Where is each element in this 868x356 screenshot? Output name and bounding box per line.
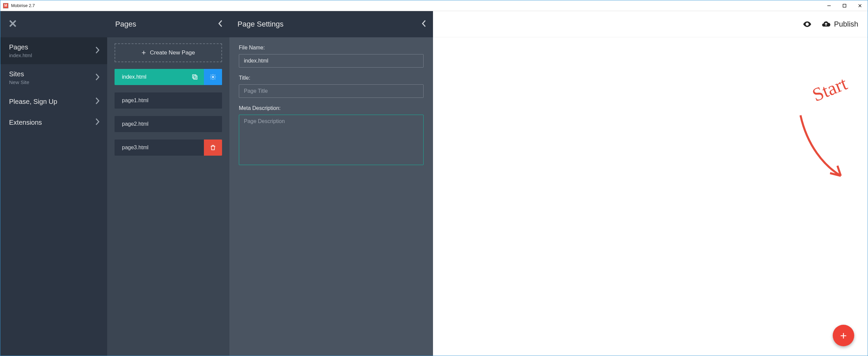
title-input[interactable]	[239, 84, 424, 98]
svg-point-3	[212, 76, 214, 78]
plus-icon: +	[142, 49, 146, 57]
page-row[interactable]: page1.html	[115, 92, 222, 109]
app-icon: M	[3, 3, 8, 8]
publish-button[interactable]: Publish	[821, 20, 858, 29]
page-delete-button[interactable]	[204, 140, 222, 156]
page-row-label: page2.html	[115, 121, 222, 127]
page-row-label: page1.html	[115, 97, 222, 103]
sidebar-item-title: Pages	[9, 43, 95, 51]
sidebar-item-sites[interactable]: Sites New Site	[0, 64, 107, 91]
sidebar-item-pages[interactable]: Pages index.html	[0, 37, 107, 64]
sidebar-item-subtitle: New Site	[9, 79, 95, 85]
sidebar-item-title: Sites	[9, 70, 95, 78]
main-sidebar: Pages index.html Sites New Site Plea	[0, 11, 107, 356]
svg-rect-2	[192, 75, 196, 78]
sidebar-item-subtitle: index.html	[9, 53, 95, 58]
chevron-right-icon	[95, 47, 100, 55]
page-row-label: page3.html	[115, 145, 204, 151]
filename-input[interactable]	[239, 54, 424, 67]
window-minimize-button[interactable]	[821, 0, 837, 11]
filename-label: File Name:	[239, 45, 424, 51]
page-settings-button[interactable]	[204, 69, 222, 85]
chevron-right-icon	[95, 118, 100, 127]
settings-panel-back-button[interactable]	[422, 20, 426, 29]
chevron-right-icon	[95, 97, 100, 106]
sidebar-item-title: Please, Sign Up	[9, 98, 95, 106]
pages-panel-back-button[interactable]	[218, 20, 223, 29]
app-title: Mobirise 2.7	[11, 3, 35, 8]
publish-label: Publish	[834, 20, 858, 29]
window-titlebar: M Mobirise 2.7	[0, 0, 868, 11]
sidebar-item-extensions[interactable]: Extensions	[0, 112, 107, 133]
meta-label: Meta Description:	[239, 105, 424, 111]
sidebar-item-title: Extensions	[9, 119, 95, 126]
close-sidebar-button[interactable]	[8, 19, 17, 29]
svg-rect-1	[194, 76, 197, 79]
page-row[interactable]: page3.html	[115, 140, 222, 156]
page-row[interactable]: page2.html	[115, 116, 222, 132]
pages-panel-title: Pages	[115, 20, 218, 29]
meta-description-input[interactable]	[239, 115, 424, 165]
start-annotation-text: Start	[809, 72, 850, 106]
title-label: Title:	[239, 75, 424, 81]
create-new-page-button[interactable]: + Create New Page	[115, 43, 222, 62]
settings-panel-title: Page Settings	[238, 20, 422, 29]
window-close-button[interactable]	[852, 0, 868, 11]
window-maximize-button[interactable]	[837, 0, 852, 11]
page-copy-button[interactable]	[186, 69, 204, 85]
page-settings-panel: Page Settings File Name: Title: Meta Des…	[229, 11, 433, 356]
chevron-right-icon	[95, 73, 100, 82]
svg-rect-0	[843, 4, 846, 7]
create-new-page-label: Create New Page	[150, 50, 195, 56]
pages-panel: Pages + Create New Page index.html	[107, 11, 229, 356]
plus-icon: +	[840, 329, 847, 342]
start-annotation: Start	[787, 65, 854, 179]
canvas-topbar: Publish	[433, 11, 868, 37]
page-row-index[interactable]: index.html	[115, 69, 222, 85]
editor-canvas: Publish Start +	[433, 11, 868, 356]
add-block-fab[interactable]: +	[833, 325, 854, 346]
preview-button[interactable]	[803, 20, 812, 29]
page-row-label: index.html	[115, 74, 186, 80]
sidebar-item-signup[interactable]: Please, Sign Up	[0, 91, 107, 112]
